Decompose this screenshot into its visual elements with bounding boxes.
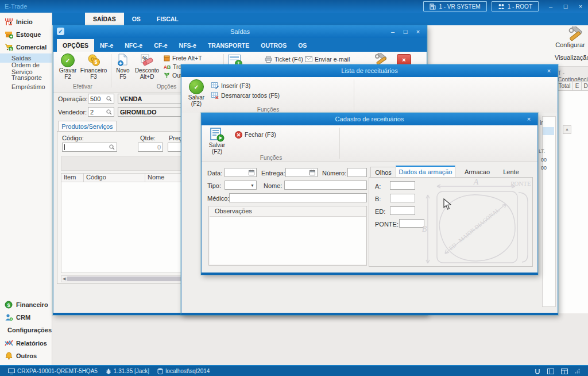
close-icon[interactable]: × bbox=[523, 116, 535, 122]
novo-shortcut: F5 bbox=[113, 74, 133, 80]
app-maximize-button[interactable]: □ bbox=[558, 3, 573, 10]
tab-armacao[interactable]: Armacao bbox=[460, 167, 494, 177]
tab-fiscal[interactable]: FISCAL bbox=[149, 13, 187, 25]
field-a-input[interactable] bbox=[390, 181, 415, 190]
user-label: 1 - ROOT bbox=[508, 3, 532, 10]
search-icon[interactable] bbox=[106, 109, 112, 115]
column-header-codigo[interactable]: Código bbox=[84, 174, 145, 182]
tab-os[interactable]: OS bbox=[124, 13, 149, 25]
cadastro-toolbar: Salvar (F2) Fechar (F3) Funções bbox=[202, 125, 537, 162]
email-button[interactable]: Enviar e-mail bbox=[305, 55, 350, 63]
app-minimize-button[interactable]: – bbox=[543, 3, 558, 10]
sidebar-item-label: Comercial bbox=[16, 44, 47, 51]
tab-opcoes[interactable]: OPÇÕES bbox=[57, 39, 94, 52]
sidebar-item-financeiro[interactable]: $ Financeiro bbox=[0, 300, 52, 310]
financeiro-button[interactable]: C$ Financeiro F3 bbox=[79, 53, 109, 80]
search-icon[interactable] bbox=[106, 96, 112, 102]
close-icon[interactable]: × bbox=[412, 28, 424, 35]
tab-outros[interactable]: OUTROS bbox=[255, 39, 292, 52]
cadastro-titlebar[interactable]: Cadastro de receituários × bbox=[202, 113, 537, 125]
observacoes-label: Observações bbox=[215, 208, 252, 214]
terminal-icon bbox=[8, 369, 15, 374]
store-icon bbox=[5, 18, 13, 26]
tab-nfce[interactable]: NFC-e bbox=[119, 39, 148, 52]
sidebar-item-inicio[interactable]: Inicio bbox=[0, 17, 52, 27]
frete-button[interactable]: Frete Alt+T bbox=[164, 54, 202, 62]
novo-button[interactable]: Novo F5 bbox=[113, 53, 133, 80]
maximize-icon[interactable]: □ bbox=[399, 28, 412, 35]
codigo-input[interactable] bbox=[62, 143, 117, 152]
tab-saidas[interactable]: SAÍDAS bbox=[85, 13, 124, 25]
configure-tools-icon[interactable] bbox=[567, 26, 583, 41]
tab-transporte[interactable]: TRANSPORTE bbox=[202, 39, 255, 52]
tab-cfe[interactable]: CF-e bbox=[148, 39, 173, 52]
sidebar-item-label: Relatórios bbox=[16, 340, 47, 347]
sidebar-item-comercial[interactable]: $ Comercial bbox=[0, 42, 52, 52]
configure-label[interactable]: Configurar bbox=[552, 41, 588, 48]
sidebar-item-estoque[interactable]: Estoque bbox=[0, 29, 52, 40]
building-icon bbox=[430, 3, 436, 10]
close-screen-button[interactable]: × bbox=[397, 54, 411, 66]
tab-nfse[interactable]: NFS-e bbox=[173, 39, 202, 52]
tab-produtos-servicos[interactable]: Produtos/Serviços bbox=[58, 121, 117, 132]
lista-titlebar[interactable]: Lista de receituários × bbox=[181, 64, 558, 77]
scroll-left-arrow[interactable]: ◀ bbox=[63, 277, 65, 281]
calendar-icon[interactable] bbox=[310, 170, 315, 175]
nome-input[interactable] bbox=[284, 181, 367, 190]
minimize-icon[interactable]: – bbox=[386, 28, 399, 35]
medico-input[interactable] bbox=[229, 193, 367, 202]
tab-os[interactable]: OS bbox=[292, 39, 312, 52]
saidas-titlebar[interactable]: ✓ Saídas – □ × bbox=[53, 25, 427, 38]
sidebar-item-emprestimo[interactable]: Empréstimo bbox=[0, 82, 52, 91]
column-header-item[interactable]: Item bbox=[61, 174, 84, 182]
lista-salvar-button[interactable]: ✓ Salvar (F2) bbox=[185, 79, 208, 107]
entrega-input[interactable] bbox=[285, 168, 318, 177]
desconto-shortcut: Alt+D bbox=[134, 74, 160, 80]
vendedor-code-input[interactable]: 2 bbox=[88, 107, 114, 117]
tab-olhos[interactable]: Olhos bbox=[370, 167, 396, 177]
sidebar-item-crm[interactable]: CRM bbox=[0, 312, 52, 323]
panel-layout-icon[interactable] bbox=[547, 369, 554, 374]
operacao-code-input[interactable]: 500 bbox=[88, 94, 114, 103]
close-icon[interactable]: × bbox=[543, 67, 555, 74]
tipo-select[interactable]: ▼ bbox=[225, 181, 257, 190]
cadastro-salvar-button[interactable]: Salvar (F2) bbox=[205, 127, 229, 155]
sidebar-item-ordem-de-servico[interactable]: Ordem de Serviço bbox=[0, 64, 52, 73]
observacoes-textarea[interactable] bbox=[210, 216, 366, 264]
user-button[interactable]: 1 - ROOT bbox=[492, 1, 539, 11]
statusbar: CRXPA-10001-QREMT-5HQA5 1.31.35 [Jack] l… bbox=[0, 365, 588, 376]
qtde-input[interactable]: 0 bbox=[138, 143, 163, 152]
sidebar-item-relatorios[interactable]: Relatórios bbox=[0, 338, 52, 348]
sidebar-item-outros[interactable]: Outros bbox=[0, 351, 52, 361]
tab-nfe[interactable]: NF-e bbox=[94, 39, 119, 52]
lista-window-title: Lista de receituários bbox=[181, 67, 558, 74]
tab-lente[interactable]: Lente bbox=[498, 167, 524, 177]
desconto-button[interactable]: % Desconto Alt+D bbox=[134, 53, 160, 80]
scroll-up-arrow[interactable]: ▲ bbox=[563, 125, 571, 134]
text-caret bbox=[64, 144, 65, 150]
fechar-button[interactable]: Fechar (F3) bbox=[235, 131, 276, 139]
operacao-name-value: VENDA bbox=[120, 95, 142, 102]
inserir-label: Inserir (F3) bbox=[221, 82, 250, 89]
ticket-button[interactable]: Ticket (F4) bbox=[265, 55, 303, 63]
main-tabstrip: SAÍDAS OS FISCAL bbox=[52, 13, 588, 25]
calendar-icon[interactable] bbox=[249, 170, 254, 175]
gravar-button[interactable]: ✓ Gravar F2 bbox=[57, 53, 79, 80]
resize-grip[interactable] bbox=[575, 369, 580, 374]
magnet-icon[interactable] bbox=[535, 369, 540, 374]
sidebar-item-configuracoes[interactable]: Configurações bbox=[0, 325, 52, 335]
search-icon[interactable] bbox=[109, 144, 115, 150]
company-button[interactable]: 1 - VR SYSTEM bbox=[423, 1, 486, 11]
sidebar: Inicio Estoque $ Comercial Saídas Ordem … bbox=[0, 13, 52, 366]
numero-input[interactable] bbox=[347, 168, 367, 177]
data-input[interactable] bbox=[225, 168, 257, 177]
inserir-button[interactable]: Inserir (F3) bbox=[211, 82, 250, 90]
window-layout-icon[interactable] bbox=[561, 369, 568, 374]
sidebar-item-transporte[interactable]: Transporte bbox=[0, 73, 52, 82]
app-close-button[interactable]: × bbox=[573, 3, 588, 10]
tools-icon[interactable] bbox=[374, 53, 389, 66]
field-ed-input[interactable] bbox=[390, 206, 415, 215]
desmarcar-todos-button[interactable]: Desmarcar todos (F5) bbox=[211, 91, 280, 99]
tab-dados-da-armacao[interactable]: Dados da armação bbox=[396, 166, 455, 177]
field-b-input[interactable] bbox=[390, 194, 415, 202]
